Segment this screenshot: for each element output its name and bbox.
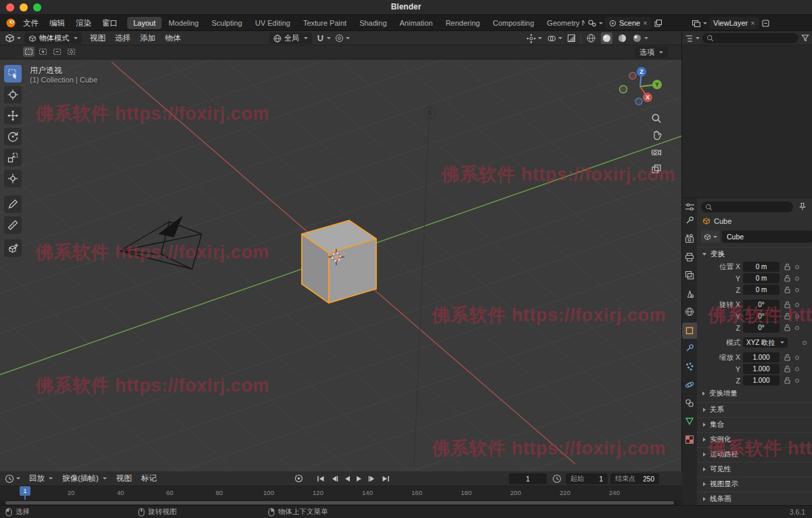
select-mode-extend-icon[interactable] bbox=[37, 47, 49, 57]
use-preview-range-icon[interactable] bbox=[552, 474, 562, 484]
object-name-input[interactable]: Cube bbox=[722, 231, 812, 243]
tab-animation[interactable]: Animation bbox=[394, 17, 439, 29]
pan-hand-icon[interactable] bbox=[650, 129, 662, 141]
transform-panel-header[interactable]: 变换 bbox=[697, 247, 812, 260]
location-y-field[interactable]: 0 m bbox=[743, 273, 780, 283]
navigation-gizmo[interactable]: Z Y X bbox=[611, 62, 672, 110]
shading-rendered-icon[interactable] bbox=[632, 33, 648, 43]
camera-view-icon[interactable] bbox=[650, 146, 662, 158]
playhead[interactable]: 1 bbox=[20, 486, 30, 496]
tool-transform[interactable] bbox=[4, 170, 22, 187]
frame-end-field[interactable]: 结束点250 bbox=[610, 473, 659, 484]
lock-icon[interactable] bbox=[784, 324, 790, 331]
shading-solid-icon[interactable] bbox=[601, 32, 612, 44]
location-x-field[interactable]: 0 m bbox=[743, 262, 780, 272]
menu-select[interactable]: 选择 bbox=[110, 31, 135, 45]
tool-measure[interactable] bbox=[4, 216, 22, 234]
lock-icon[interactable] bbox=[784, 365, 790, 373]
menu-view[interactable]: 视图 bbox=[85, 31, 110, 45]
rotation-z-field[interactable]: 0° bbox=[743, 323, 780, 333]
animate-decorator-icon[interactable] bbox=[795, 303, 799, 307]
jump-to-end-button[interactable] bbox=[382, 475, 390, 482]
tab-particle-properties[interactable] bbox=[685, 362, 694, 371]
tab-modifier-properties[interactable] bbox=[685, 344, 694, 353]
blender-logo-icon[interactable] bbox=[5, 18, 16, 28]
lock-icon[interactable] bbox=[784, 275, 790, 282]
editor-type-outliner-icon[interactable] bbox=[685, 34, 700, 43]
scale-y-field[interactable]: 1.000 bbox=[743, 364, 780, 374]
shading-material-icon[interactable] bbox=[617, 33, 627, 43]
animate-decorator-icon[interactable] bbox=[795, 277, 799, 281]
section-visibility[interactable]: 可见性 bbox=[697, 462, 812, 476]
id-browse-icon[interactable] bbox=[701, 231, 720, 243]
viewport-3d[interactable]: 用户透视 (1) Collection | Cube bbox=[0, 60, 682, 471]
section-collections[interactable]: 集合 bbox=[697, 417, 812, 431]
scene-new-icon[interactable] bbox=[654, 19, 662, 28]
tool-rotate[interactable] bbox=[4, 128, 22, 145]
current-frame-field[interactable]: 1 bbox=[509, 473, 547, 484]
menu-view-timeline[interactable]: 视图 bbox=[112, 473, 137, 484]
pin-icon[interactable] bbox=[798, 202, 807, 211]
next-keyframe-button[interactable] bbox=[368, 475, 376, 482]
auto-keying-toggle[interactable] bbox=[294, 474, 303, 483]
tool-annotate[interactable] bbox=[4, 195, 22, 213]
tab-shading[interactable]: Shading bbox=[353, 17, 392, 29]
orientation-dropdown[interactable]: 全局 bbox=[269, 32, 312, 44]
lock-icon[interactable] bbox=[784, 286, 790, 293]
tab-modeling[interactable]: Modeling bbox=[162, 17, 205, 29]
tab-texture-paint[interactable]: Texture Paint bbox=[297, 17, 353, 29]
viewlayer-remove-icon[interactable] bbox=[761, 19, 770, 28]
tool-move[interactable] bbox=[4, 107, 22, 124]
prev-keyframe-button[interactable] bbox=[330, 475, 338, 482]
rotation-x-field[interactable]: 0° bbox=[743, 300, 780, 310]
animate-decorator-icon[interactable] bbox=[795, 314, 799, 319]
animate-decorator-icon[interactable] bbox=[795, 367, 799, 371]
zoom-icon[interactable] bbox=[650, 112, 662, 124]
tab-viewlayer-properties[interactable] bbox=[685, 270, 694, 280]
animate-decorator-icon[interactable] bbox=[795, 379, 799, 383]
menu-edit[interactable]: 编辑 bbox=[44, 15, 70, 31]
tool-add-primitive[interactable] bbox=[4, 239, 22, 257]
outliner-search-input[interactable] bbox=[702, 33, 798, 43]
tool-scale[interactable] bbox=[4, 149, 22, 166]
lock-icon[interactable] bbox=[784, 301, 790, 308]
select-mode-subtract-icon[interactable] bbox=[51, 47, 63, 57]
section-viewport-display[interactable]: 视图显示 bbox=[697, 477, 812, 491]
play-reverse-button[interactable] bbox=[344, 475, 351, 482]
viewlayer-browse-icon[interactable] bbox=[692, 18, 707, 28]
tool-cursor[interactable] bbox=[4, 86, 22, 103]
section-instancing[interactable]: 实例化 bbox=[697, 432, 812, 446]
options-dropdown[interactable]: 选项 bbox=[635, 47, 668, 58]
tab-texture-properties[interactable] bbox=[685, 435, 694, 444]
properties-search-input[interactable] bbox=[701, 202, 793, 212]
menu-window[interactable]: 窗口 bbox=[97, 15, 123, 31]
lock-icon[interactable] bbox=[784, 377, 790, 384]
menu-file[interactable]: 文件 bbox=[18, 15, 44, 31]
menu-render[interactable]: 渲染 bbox=[70, 15, 97, 31]
menu-playback[interactable]: 回放 bbox=[24, 473, 58, 484]
tab-scene-properties[interactable] bbox=[685, 289, 694, 298]
select-mode-new-icon[interactable] bbox=[23, 47, 35, 57]
tab-object-data-properties[interactable] bbox=[685, 417, 694, 425]
section-line-art[interactable]: 线条画 bbox=[697, 492, 812, 505]
play-button[interactable] bbox=[356, 475, 363, 482]
tool-select-box[interactable] bbox=[4, 65, 22, 83]
animate-decorator-icon[interactable] bbox=[795, 326, 799, 330]
viewport-canvas[interactable] bbox=[0, 60, 682, 471]
scale-x-field[interactable]: 1.000 bbox=[743, 352, 780, 362]
scene-unlink-icon[interactable]: × bbox=[643, 19, 647, 27]
scene-name-field[interactable]: Scene × bbox=[605, 17, 652, 29]
lock-icon[interactable] bbox=[784, 312, 790, 320]
lock-icon[interactable] bbox=[784, 354, 790, 361]
jump-to-start-button[interactable] bbox=[317, 475, 325, 482]
tab-sculpting[interactable]: Sculpting bbox=[206, 17, 248, 29]
scrollbar-handle[interactable] bbox=[5, 501, 674, 504]
tab-render-properties[interactable] bbox=[685, 234, 694, 243]
tab-layout[interactable]: Layout bbox=[127, 17, 162, 29]
tab-world-properties[interactable] bbox=[685, 307, 694, 316]
viewlayer-unlink-icon[interactable]: × bbox=[750, 19, 754, 27]
scene-browse-icon[interactable] bbox=[587, 18, 603, 28]
snap-magnet-icon[interactable] bbox=[316, 34, 331, 43]
timeline-ruler[interactable]: 20 40 60 80 100 120 140 160 180 200 220 … bbox=[0, 486, 682, 500]
show-overlays-icon[interactable] bbox=[547, 34, 562, 43]
